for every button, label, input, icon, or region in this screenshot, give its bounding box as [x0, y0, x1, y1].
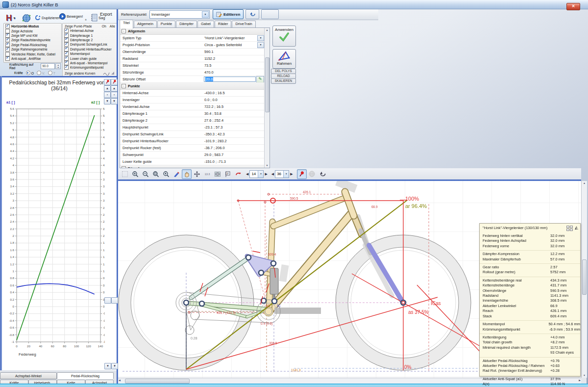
- rotate-undo-icon[interactable]: [318, 169, 327, 179]
- grid-row[interactable]: Schwerpunkt29.0 ; 583.7: [120, 152, 265, 158]
- scroll-bottom-icon[interactable]: ▼: [111, 98, 118, 104]
- display-option-4[interactable]: ✓ Zeige Pedal-Rückschlag: [4, 43, 61, 47]
- value-input[interactable]: 20.0: [204, 77, 256, 82]
- curves-icon[interactable]: [103, 71, 110, 76]
- grid-row[interactable]: Sitzrohr Offset20.0✎: [120, 76, 265, 83]
- point-flag-icon[interactable]: P: [223, 169, 233, 179]
- grid-row[interactable]: Dämpferauge 227.6 ; 252.4: [120, 117, 265, 124]
- checkbox-icon[interactable]: ✓: [64, 47, 69, 52]
- checkbox-icon[interactable]: [5, 29, 10, 33]
- move-button[interactable]: Bewegen!: [58, 12, 84, 21]
- checkbox-icon[interactable]: ✓: [5, 43, 10, 47]
- move-points-button[interactable]: [192, 169, 202, 179]
- display-option-0[interactable]: ✓ Horizontal-Modus: [4, 24, 61, 28]
- checkbox-icon[interactable]: ✓: [64, 33, 69, 38]
- section-Allgemein[interactable]: −Allgemein: [120, 28, 265, 35]
- point-path-3[interactable]: ✓ Drehpunkt Schwinge/Link: [63, 42, 117, 47]
- spin-right-icon[interactable]: ▶: [264, 172, 268, 176]
- pin-icon[interactable]: [111, 79, 118, 85]
- display-option-2[interactable]: ✓ Zeige MP und KM: [4, 33, 61, 38]
- anwenden-button[interactable]: Anwenden: [272, 26, 296, 47]
- point-path-4[interactable]: ✓ Drehpunkt Hinterbau/Rocker: [63, 47, 117, 52]
- grid-row[interactable]: Drehpunkt Rocker (fest)-36.7 ; 206.0: [120, 145, 265, 152]
- refresh-cycle-icon[interactable]: [233, 169, 243, 179]
- section-Punkte[interactable]: −Punkte: [120, 83, 265, 90]
- undo-button[interactable]: [245, 9, 259, 19]
- scroll-up-icon[interactable]: ▲: [265, 28, 270, 32]
- pan-hand-button[interactable]: [182, 169, 192, 179]
- grid-row[interactable]: Innenlager0.0 ; 0.0: [120, 97, 265, 103]
- display-option-1[interactable]: Zeige Achslote: [4, 28, 61, 33]
- scroll-down-icon[interactable]: ▼: [582, 373, 587, 378]
- chainring-size-select[interactable]: 14▼: [249, 170, 264, 178]
- canvas-vscrollbar[interactable]: ▲ ▼: [581, 181, 587, 378]
- checkbox-icon[interactable]: ✓: [64, 56, 69, 61]
- center-icon[interactable]: •: [111, 92, 118, 98]
- col-alle[interactable]: Alle: [110, 25, 115, 28]
- zoom-in-mini[interactable]: +: [85, 18, 87, 22]
- axis1-mid-button[interactable]: [104, 297, 111, 304]
- grid-row[interactable]: Drehpunkt Schwinge/Link-350.3 ; 42.3: [120, 131, 265, 138]
- grid-row[interactable]: Sitzwinkel73.5: [120, 62, 265, 69]
- collapse-icon[interactable]: −: [122, 29, 126, 33]
- grid-row[interactable]: Projekt-PräzisionCirca - gutes Seitenbil…: [120, 42, 265, 49]
- chevron-down-icon[interactable]: ▼: [257, 42, 264, 48]
- grid-row[interactable]: Sitzrohrlänge470.0: [120, 69, 265, 76]
- grid-row[interactable]: Drehpunkt Hinterbau/Rocker-101.9 ; 283.2: [120, 138, 265, 145]
- checkbox-icon[interactable]: ✓: [64, 65, 69, 70]
- section-Dämpfer[interactable]: −Dämpfer: [120, 165, 265, 168]
- checkbox-icon[interactable]: ✓: [64, 28, 69, 33]
- scrollbar-thumb[interactable]: [582, 259, 587, 295]
- spin-right-icon[interactable]: ▶: [289, 172, 294, 176]
- point-path-7[interactable]: ✓ Anti-squat - Momentanpol: [63, 61, 117, 65]
- force-radio-2[interactable]: T: [45, 72, 55, 75]
- scroll-top-icon[interactable]: ▲: [104, 85, 111, 92]
- checkbox-icon[interactable]: [5, 52, 10, 56]
- cog-size-select[interactable]: 36▼: [275, 170, 289, 178]
- tile-windows-icon[interactable]: [213, 169, 222, 179]
- extra-button[interactable]: [261, 9, 279, 19]
- grid-row[interactable]: Hinterrad-Achse-430.0 ; 16.5: [120, 90, 265, 97]
- scroll-left-icon[interactable]: ◀: [119, 379, 121, 382]
- display-option-6[interactable]: Verstecke Räder, Kette, Gabel: [4, 52, 61, 56]
- scrollbar-thumb[interactable]: [125, 379, 190, 384]
- pin-icon[interactable]: [104, 79, 111, 85]
- checkbox-icon[interactable]: ✓: [64, 61, 69, 65]
- document-close-icon[interactable]: ✕: [566, 3, 580, 10]
- force-radio-1[interactable]: V.: [34, 72, 45, 75]
- checkbox-icon[interactable]: ✓: [5, 24, 10, 28]
- display-option-3[interactable]: ✓ Zeige Radaufstandspunkte: [4, 38, 61, 42]
- spin-left-icon[interactable]: ◀: [245, 172, 249, 176]
- grid-row[interactable]: Dämpferauge 130.4 ; 53.8: [120, 110, 265, 117]
- center-icon[interactable]: •: [104, 92, 111, 98]
- collapse-icon[interactable]: −: [122, 166, 126, 168]
- col-oh[interactable]: Oh: [102, 25, 110, 28]
- grid-scrollbar[interactable]: ▲ ▼: [264, 28, 270, 168]
- point-path-6[interactable]: ✓ Lower chain guide: [63, 56, 117, 60]
- globe-disabled-icon[interactable]: [307, 169, 317, 179]
- corner-resize-icon[interactable]: [111, 71, 115, 75]
- point-path-0[interactable]: ✓ Hinterrad-Achse: [63, 28, 117, 33]
- editieren-button[interactable]: Editieren: [213, 9, 244, 19]
- chevron-down-icon[interactable]: ▼: [257, 35, 264, 41]
- display-option-7[interactable]: ✓ Anti-squat , AntiRise: [4, 56, 61, 61]
- grid-row[interactable]: System Typ"Horst Link"-Viergelenker▼: [120, 35, 265, 42]
- referenzpunkt-select[interactable]: Innenlager ▼: [149, 10, 210, 19]
- checkbox-icon[interactable]: ✓: [64, 42, 69, 47]
- checkbox-icon[interactable]: ✓: [5, 56, 10, 61]
- skalieren-button[interactable]: SKALIEREN: [271, 78, 296, 84]
- scrollbar-thumb[interactable]: [265, 57, 270, 112]
- measure-pen-icon[interactable]: [172, 169, 181, 179]
- axis1-down-button[interactable]: ▼: [104, 363, 111, 369]
- scroll-top-icon[interactable]: ▲: [111, 85, 118, 92]
- zoom-in-button[interactable]: [130, 169, 140, 179]
- zoom-region-button[interactable]: [151, 169, 161, 179]
- apply-icon[interactable]: ✎: [256, 76, 264, 82]
- force-direction-input[interactable]: 90.0: [41, 63, 55, 69]
- checkbox-icon[interactable]: ✓: [64, 38, 69, 42]
- scale-133-icon[interactable]: 13.3: [202, 169, 212, 179]
- checkbox-icon[interactable]: ✓: [5, 33, 10, 38]
- spinner-up-down-icon[interactable]: ▲▼: [55, 63, 61, 69]
- layout-grid-icon[interactable]: [566, 226, 573, 231]
- pin-toggle-button[interactable]: [297, 169, 307, 179]
